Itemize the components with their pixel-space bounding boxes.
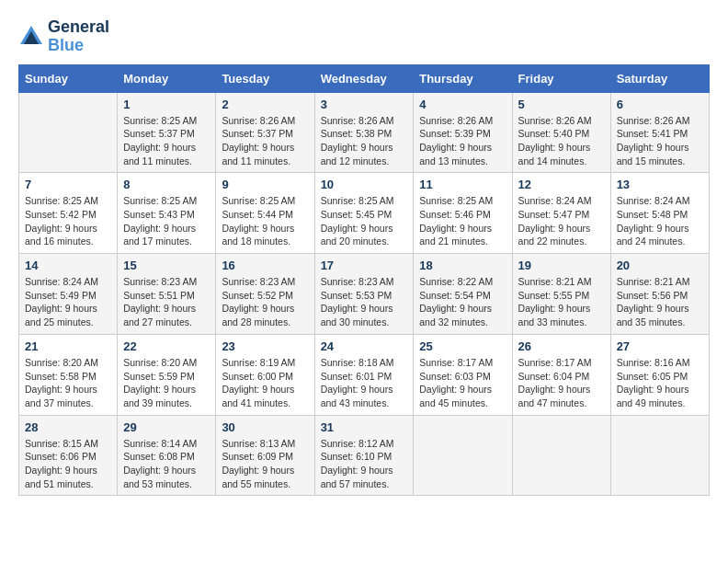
calendar-cell: 30Sunrise: 8:13 AMSunset: 6:09 PMDayligh… bbox=[216, 415, 314, 496]
header-tuesday: Tuesday bbox=[216, 64, 314, 92]
day-info: Sunrise: 8:26 AMSunset: 5:39 PMDaylight:… bbox=[419, 114, 506, 168]
header-wednesday: Wednesday bbox=[314, 64, 414, 92]
calendar-cell: 3Sunrise: 8:26 AMSunset: 5:38 PMDaylight… bbox=[314, 92, 414, 173]
header-sunday: Sunday bbox=[19, 64, 118, 92]
calendar-body: 1Sunrise: 8:25 AMSunset: 5:37 PMDaylight… bbox=[19, 92, 710, 496]
day-number: 19 bbox=[518, 259, 605, 272]
calendar-cell bbox=[512, 415, 610, 496]
day-number: 16 bbox=[222, 259, 308, 272]
day-number: 14 bbox=[25, 259, 111, 272]
day-number: 11 bbox=[419, 178, 506, 191]
day-info: Sunrise: 8:18 AMSunset: 6:01 PMDaylight:… bbox=[321, 356, 408, 410]
day-info: Sunrise: 8:21 AMSunset: 5:56 PMDaylight:… bbox=[617, 275, 703, 329]
day-info: Sunrise: 8:25 AMSunset: 5:43 PMDaylight:… bbox=[123, 194, 210, 248]
calendar-cell bbox=[610, 415, 709, 496]
calendar-cell: 18Sunrise: 8:22 AMSunset: 5:54 PMDayligh… bbox=[414, 254, 512, 335]
calendar-cell: 6Sunrise: 8:26 AMSunset: 5:41 PMDaylight… bbox=[610, 92, 709, 173]
day-number: 27 bbox=[617, 339, 703, 353]
calendar-cell: 16Sunrise: 8:23 AMSunset: 5:52 PMDayligh… bbox=[216, 254, 314, 335]
calendar-cell: 20Sunrise: 8:21 AMSunset: 5:56 PMDayligh… bbox=[610, 254, 709, 335]
day-number: 6 bbox=[617, 98, 703, 111]
logo-text: General Blue bbox=[48, 18, 109, 55]
day-info: Sunrise: 8:12 AMSunset: 6:10 PMDaylight:… bbox=[321, 437, 408, 491]
day-info: Sunrise: 8:16 AMSunset: 6:05 PMDaylight:… bbox=[617, 356, 703, 410]
calendar-cell: 24Sunrise: 8:18 AMSunset: 6:01 PMDayligh… bbox=[314, 334, 414, 415]
calendar-cell: 19Sunrise: 8:21 AMSunset: 5:55 PMDayligh… bbox=[512, 254, 610, 335]
week-row-1: 7Sunrise: 8:25 AMSunset: 5:42 PMDaylight… bbox=[19, 173, 710, 254]
day-info: Sunrise: 8:17 AMSunset: 6:04 PMDaylight:… bbox=[518, 356, 605, 410]
day-number: 2 bbox=[222, 98, 308, 111]
calendar-cell: 25Sunrise: 8:17 AMSunset: 6:03 PMDayligh… bbox=[414, 334, 512, 415]
logo-icon bbox=[18, 24, 44, 50]
day-number: 29 bbox=[123, 420, 210, 434]
day-info: Sunrise: 8:23 AMSunset: 5:52 PMDaylight:… bbox=[222, 275, 308, 329]
day-info: Sunrise: 8:26 AMSunset: 5:38 PMDaylight:… bbox=[321, 114, 408, 168]
calendar-cell: 28Sunrise: 8:15 AMSunset: 6:06 PMDayligh… bbox=[19, 415, 118, 496]
calendar-cell: 8Sunrise: 8:25 AMSunset: 5:43 PMDaylight… bbox=[118, 173, 216, 254]
day-number: 1 bbox=[123, 98, 210, 111]
calendar-cell: 29Sunrise: 8:14 AMSunset: 6:08 PMDayligh… bbox=[118, 415, 216, 496]
day-number: 8 bbox=[123, 178, 210, 191]
day-number: 3 bbox=[321, 98, 408, 111]
day-number: 22 bbox=[123, 339, 210, 353]
logo: General Blue bbox=[18, 18, 109, 55]
week-row-3: 21Sunrise: 8:20 AMSunset: 5:58 PMDayligh… bbox=[19, 334, 710, 415]
day-number: 13 bbox=[617, 178, 703, 191]
day-info: Sunrise: 8:23 AMSunset: 5:51 PMDaylight:… bbox=[123, 275, 210, 329]
day-number: 23 bbox=[222, 339, 308, 353]
day-info: Sunrise: 8:20 AMSunset: 5:58 PMDaylight:… bbox=[25, 356, 111, 410]
calendar-cell bbox=[414, 415, 512, 496]
day-info: Sunrise: 8:24 AMSunset: 5:49 PMDaylight:… bbox=[25, 275, 111, 329]
calendar-cell: 21Sunrise: 8:20 AMSunset: 5:58 PMDayligh… bbox=[19, 334, 118, 415]
calendar-cell: 2Sunrise: 8:26 AMSunset: 5:37 PMDaylight… bbox=[216, 92, 314, 173]
day-number: 25 bbox=[419, 339, 506, 353]
day-info: Sunrise: 8:25 AMSunset: 5:37 PMDaylight:… bbox=[123, 114, 210, 168]
calendar-cell: 4Sunrise: 8:26 AMSunset: 5:39 PMDaylight… bbox=[414, 92, 512, 173]
calendar-cell: 7Sunrise: 8:25 AMSunset: 5:42 PMDaylight… bbox=[19, 173, 118, 254]
calendar-cell: 22Sunrise: 8:20 AMSunset: 5:59 PMDayligh… bbox=[118, 334, 216, 415]
week-row-2: 14Sunrise: 8:24 AMSunset: 5:49 PMDayligh… bbox=[19, 254, 710, 335]
day-number: 26 bbox=[518, 339, 605, 353]
day-info: Sunrise: 8:25 AMSunset: 5:42 PMDaylight:… bbox=[25, 194, 111, 248]
calendar-cell bbox=[19, 92, 118, 173]
calendar-cell: 13Sunrise: 8:24 AMSunset: 5:48 PMDayligh… bbox=[610, 173, 709, 254]
day-info: Sunrise: 8:14 AMSunset: 6:08 PMDaylight:… bbox=[123, 437, 210, 491]
day-number: 18 bbox=[419, 259, 506, 272]
page-header: General Blue bbox=[18, 18, 710, 55]
day-number: 31 bbox=[321, 420, 408, 434]
calendar-cell: 11Sunrise: 8:25 AMSunset: 5:46 PMDayligh… bbox=[414, 173, 512, 254]
day-number: 30 bbox=[222, 420, 308, 434]
day-number: 20 bbox=[617, 259, 703, 272]
day-info: Sunrise: 8:25 AMSunset: 5:45 PMDaylight:… bbox=[321, 194, 408, 248]
day-info: Sunrise: 8:24 AMSunset: 5:47 PMDaylight:… bbox=[518, 194, 605, 248]
day-number: 12 bbox=[518, 178, 605, 191]
day-info: Sunrise: 8:13 AMSunset: 6:09 PMDaylight:… bbox=[222, 437, 308, 491]
calendar-cell: 5Sunrise: 8:26 AMSunset: 5:40 PMDaylight… bbox=[512, 92, 610, 173]
header-monday: Monday bbox=[118, 64, 216, 92]
calendar-cell: 17Sunrise: 8:23 AMSunset: 5:53 PMDayligh… bbox=[314, 254, 414, 335]
day-number: 17 bbox=[321, 259, 408, 272]
day-number: 24 bbox=[321, 339, 408, 353]
header-saturday: Saturday bbox=[610, 64, 709, 92]
day-info: Sunrise: 8:26 AMSunset: 5:37 PMDaylight:… bbox=[222, 114, 308, 168]
day-info: Sunrise: 8:26 AMSunset: 5:40 PMDaylight:… bbox=[518, 114, 605, 168]
day-info: Sunrise: 8:25 AMSunset: 5:46 PMDaylight:… bbox=[419, 194, 506, 248]
day-info: Sunrise: 8:23 AMSunset: 5:53 PMDaylight:… bbox=[321, 275, 408, 329]
header-friday: Friday bbox=[512, 64, 610, 92]
day-number: 21 bbox=[25, 339, 111, 353]
day-number: 9 bbox=[222, 178, 308, 191]
calendar-cell: 10Sunrise: 8:25 AMSunset: 5:45 PMDayligh… bbox=[314, 173, 414, 254]
calendar-cell: 23Sunrise: 8:19 AMSunset: 6:00 PMDayligh… bbox=[216, 334, 314, 415]
calendar-cell: 27Sunrise: 8:16 AMSunset: 6:05 PMDayligh… bbox=[610, 334, 709, 415]
day-info: Sunrise: 8:19 AMSunset: 6:00 PMDaylight:… bbox=[222, 356, 308, 410]
day-number: 15 bbox=[123, 259, 210, 272]
day-number: 4 bbox=[419, 98, 506, 111]
calendar-cell: 12Sunrise: 8:24 AMSunset: 5:47 PMDayligh… bbox=[512, 173, 610, 254]
calendar-cell: 9Sunrise: 8:25 AMSunset: 5:44 PMDaylight… bbox=[216, 173, 314, 254]
calendar-header-row: SundayMondayTuesdayWednesdayThursdayFrid… bbox=[19, 64, 710, 92]
calendar-cell: 15Sunrise: 8:23 AMSunset: 5:51 PMDayligh… bbox=[118, 254, 216, 335]
day-info: Sunrise: 8:15 AMSunset: 6:06 PMDaylight:… bbox=[25, 437, 111, 491]
day-number: 7 bbox=[25, 178, 111, 191]
day-info: Sunrise: 8:25 AMSunset: 5:44 PMDaylight:… bbox=[222, 194, 308, 248]
calendar-cell: 14Sunrise: 8:24 AMSunset: 5:49 PMDayligh… bbox=[19, 254, 118, 335]
